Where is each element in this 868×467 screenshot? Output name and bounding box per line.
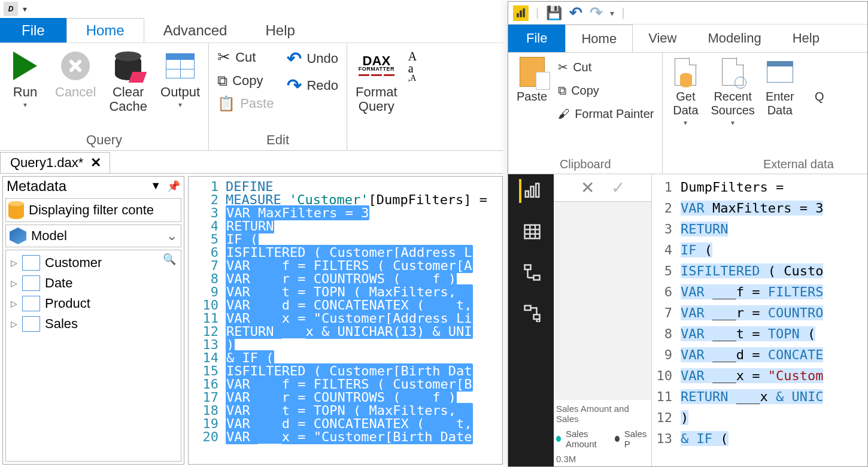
- pbi-tab-home[interactable]: Home: [565, 25, 633, 52]
- pin-icon[interactable]: 📌: [167, 180, 180, 193]
- dax-editor[interactable]: 1234567891011121314151617181920 DEFINEME…: [188, 176, 503, 465]
- qat-dropdown-icon[interactable]: ▾: [23, 4, 27, 14]
- code-line[interactable]: ISFILTERED ( Custo: [681, 260, 867, 281]
- code-line[interactable]: VAR ___d = CONCATENATEX ( ___t,: [226, 417, 502, 430]
- paste-button[interactable]: 📋Paste: [215, 94, 276, 113]
- pbi-formula-editor[interactable]: 12345678910111213 DumpFilters =VAR MaxFi…: [652, 174, 867, 467]
- code-line[interactable]: VAR ___x = "Custom: [681, 365, 867, 386]
- code-line[interactable]: VAR ___f = FILTERS: [681, 281, 867, 302]
- code-line[interactable]: VAR ___f = FILTERS ( Customer[A: [226, 259, 502, 272]
- cut-button[interactable]: ✂Cut: [215, 47, 276, 68]
- search-icon[interactable]: 🔍: [163, 253, 176, 266]
- pbi-tab-modeling[interactable]: Modeling: [692, 25, 776, 52]
- tab-advanced[interactable]: Advanced: [144, 18, 247, 43]
- visual-legend: Sales Amount Sales P: [554, 427, 651, 450]
- code-area[interactable]: DumpFilters =VAR MaxFilters = 3RETURNIF …: [678, 174, 867, 467]
- report-view-icon[interactable]: [519, 179, 543, 203]
- code-line[interactable]: & IF (: [681, 428, 867, 449]
- code-line[interactable]: VAR ___x = "Customer[Address Li: [226, 312, 502, 325]
- get-data-button[interactable]: Get Data ▾: [671, 56, 700, 127]
- code-line[interactable]: & IF (: [226, 351, 502, 365]
- tab-home[interactable]: Home: [66, 18, 144, 43]
- code-line[interactable]: VAR ___r = COUNTROWS ( ___f ): [226, 391, 502, 404]
- format-painter-button[interactable]: 🖌Format Painter: [558, 106, 654, 122]
- copy-button[interactable]: ⧉Copy: [558, 83, 654, 99]
- document-tab[interactable]: Query1.dax* ✕: [0, 152, 110, 173]
- dropdown-icon[interactable]: ▼: [150, 180, 161, 193]
- code-line[interactable]: MEASURE 'Customer'[DumpFilters] =: [226, 193, 502, 207]
- code-line[interactable]: VAR ___r = COUNTRO: [681, 302, 867, 323]
- cut-button[interactable]: ✂Cut: [558, 59, 654, 75]
- clear-cache-button[interactable]: Clear Cache: [107, 47, 150, 116]
- save-button[interactable]: 💾: [546, 5, 562, 21]
- code-line[interactable]: VAR ___t = TOPN ( MaxFilters, _: [226, 286, 502, 299]
- expand-icon[interactable]: ▷: [11, 319, 17, 329]
- code-line[interactable]: VAR ___d = CONCATENATEX ( ___t,: [226, 299, 502, 312]
- code-line[interactable]: RETURN: [226, 220, 502, 233]
- clipboard-icon: 📋: [217, 95, 235, 112]
- tree-item-product[interactable]: ▷Product: [10, 293, 177, 314]
- brush-icon: 🖌: [558, 107, 570, 121]
- code-line[interactable]: DumpFilters =: [681, 177, 867, 198]
- expand-icon[interactable]: ▷: [11, 299, 17, 308]
- model-selector[interactable]: Model ⌄: [5, 225, 181, 247]
- tree-item-date[interactable]: ▷Date: [10, 273, 177, 293]
- run-button[interactable]: Run ▾: [6, 47, 44, 111]
- undo-button[interactable]: ↶: [569, 4, 582, 22]
- code-line[interactable]: ISFILTERED ( Customer[Address L: [226, 246, 502, 259]
- pbi-tab-help[interactable]: Help: [777, 25, 835, 52]
- pbi-tab-view[interactable]: View: [633, 25, 692, 52]
- undo-button[interactable]: ↶Undo: [284, 47, 341, 70]
- code-line[interactable]: VAR ___t = TOPN (: [681, 323, 867, 344]
- report-canvas[interactable]: [554, 202, 651, 400]
- pbi-group-external-data: Get Data ▾ Recent Sources ▾ Enter Data Q: [663, 53, 842, 174]
- pbi-body: ✕ ✓ Sales Amount and Sales Sales Amount …: [508, 174, 867, 467]
- database-selector[interactable]: Displaying filter conte: [5, 198, 181, 222]
- tab-help[interactable]: Help: [246, 18, 314, 43]
- group-label: Edit: [266, 132, 289, 148]
- output-button[interactable]: Output ▾: [158, 47, 202, 111]
- paste-button[interactable]: Paste: [517, 56, 547, 104]
- code-line[interactable]: IF (: [681, 239, 867, 260]
- expand-icon[interactable]: ▷: [11, 278, 17, 288]
- code-line[interactable]: DEFINE: [226, 180, 502, 193]
- code-line[interactable]: VAR ___x = "Customer[Birth Date: [226, 430, 502, 444]
- scissors-icon: ✂: [558, 60, 568, 74]
- discard-button[interactable]: ✕: [581, 178, 594, 198]
- chevron-down-icon: ▾: [731, 119, 735, 127]
- tab-file[interactable]: File: [0, 18, 66, 43]
- code-line[interactable]: IF (: [226, 233, 502, 246]
- data-view-icon[interactable]: [519, 220, 543, 244]
- code-line[interactable]: RETURN: [681, 219, 867, 239]
- format-query-button[interactable]: DAXFORMATTER Format Query: [353, 47, 400, 116]
- qat-dropdown-icon[interactable]: ▾: [610, 8, 614, 18]
- recent-sources-button[interactable]: Recent Sources ▾: [711, 56, 754, 127]
- model-view-icon[interactable]: [519, 260, 543, 284]
- code-line[interactable]: VAR MaxFilters = 3: [226, 207, 502, 220]
- code-line[interactable]: RETURN ___x & UNICHAR(13) & UNI: [226, 325, 502, 338]
- close-icon[interactable]: ✕: [90, 155, 101, 171]
- redo-button[interactable]: ↷Redo: [284, 74, 341, 97]
- cancel-button[interactable]: Cancel: [53, 47, 98, 102]
- code-line[interactable]: VAR ___f = FILTERS ( Customer[B: [226, 378, 502, 391]
- code-line[interactable]: VAR ___t = TOPN ( MaxFilters, _: [226, 404, 502, 417]
- code-line[interactable]: ISFILTERED ( Customer[Birth Dat: [226, 365, 502, 378]
- pbi-tab-file[interactable]: File: [508, 25, 565, 52]
- relationships-icon[interactable]: [519, 301, 543, 325]
- redo-button[interactable]: ↷: [590, 4, 603, 22]
- enter-data-button[interactable]: Enter Data: [766, 56, 794, 117]
- code-area[interactable]: DEFINEMEASURE 'Customer'[DumpFilters] =V…: [223, 177, 502, 464]
- code-line[interactable]: ): [226, 338, 502, 351]
- truncated-button[interactable]: Q: [805, 56, 834, 104]
- code-line[interactable]: VAR ___r = COUNTROWS ( ___f ): [226, 272, 502, 286]
- font-options-icon[interactable]: Aa,A: [408, 47, 417, 83]
- tree-item-customer[interactable]: ▷Customer: [10, 253, 177, 273]
- code-line[interactable]: ): [681, 407, 867, 428]
- commit-button[interactable]: ✓: [611, 178, 625, 198]
- code-line[interactable]: VAR MaxFilters = 3: [681, 198, 867, 219]
- copy-button[interactable]: ⧉Copy: [215, 71, 276, 90]
- tree-item-sales[interactable]: ▷Sales: [10, 314, 177, 334]
- expand-icon[interactable]: ▷: [11, 258, 17, 268]
- code-line[interactable]: RETURN ___x & UNIC: [681, 386, 867, 407]
- code-line[interactable]: VAR ___d = CONCATE: [681, 344, 867, 365]
